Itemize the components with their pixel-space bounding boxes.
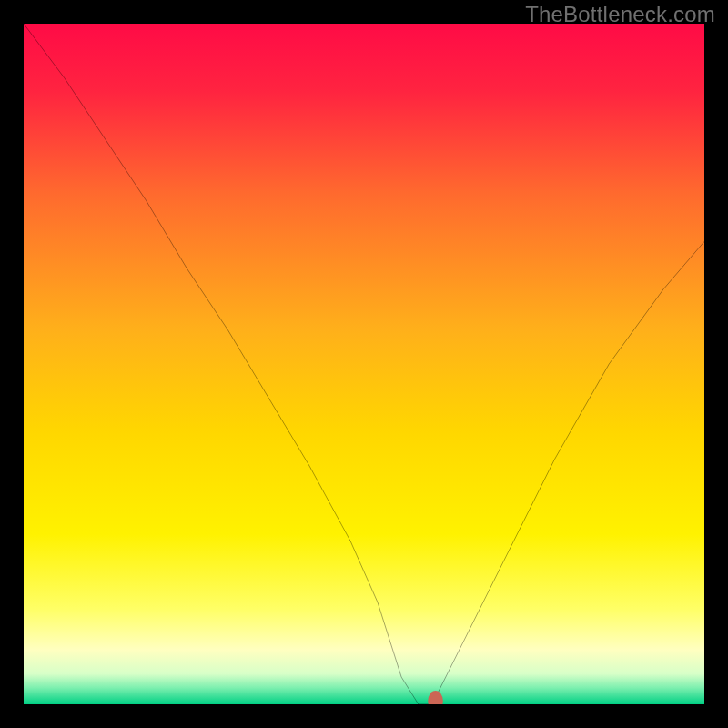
chart-background [24, 24, 704, 704]
watermark-text: TheBottleneck.com [525, 2, 715, 27]
bottleneck-chart [24, 24, 704, 704]
chart-svg [24, 24, 704, 704]
